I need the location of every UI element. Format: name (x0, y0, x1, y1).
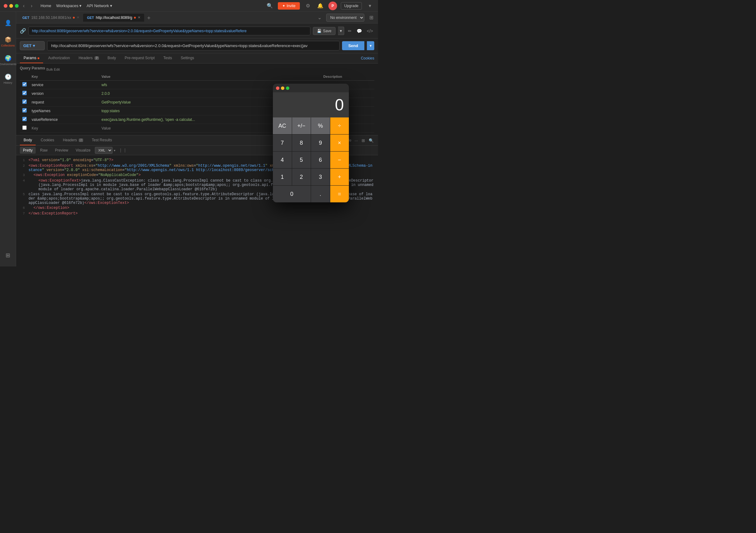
calc-close[interactable] (276, 87, 280, 90)
resp-more-button[interactable]: ··· (354, 138, 359, 143)
sidebar-item-history[interactable]: 🕐 History (1, 70, 15, 88)
param-key-service[interactable]: service (29, 81, 99, 89)
forward-button[interactable]: › (29, 3, 34, 9)
tab-close-0[interactable]: ✕ (77, 15, 79, 19)
calc-plusminus-button[interactable]: +/− (292, 117, 311, 134)
upgrade-button[interactable]: Upgrade (341, 2, 362, 10)
filter-button[interactable]: ⋮⋮ (117, 147, 129, 153)
url-input[interactable] (47, 41, 339, 51)
calc-equals-button[interactable]: = (330, 186, 349, 202)
notifications-button[interactable]: 🔔 (316, 2, 325, 10)
method-url-row: GET ▾ Send ▾ (16, 38, 378, 53)
search-button[interactable]: 🔍 (265, 2, 274, 10)
calc-divide-button[interactable]: ÷ (330, 117, 349, 134)
calc-traffic-lights (276, 87, 289, 90)
param-key-request[interactable]: request (29, 98, 99, 107)
calc-ac-button[interactable]: AC (273, 117, 292, 134)
calc-6-button[interactable]: 6 (311, 152, 330, 168)
close-traffic-light[interactable] (4, 4, 8, 8)
sidebar-toggle-button[interactable]: ▾ (365, 2, 374, 10)
tab-headers[interactable]: Headers 7 (75, 53, 102, 63)
back-button[interactable]: ‹ (21, 3, 26, 9)
tab-pre-request[interactable]: Pre-request Script (121, 53, 158, 63)
calc-plus-button[interactable]: + (330, 168, 349, 185)
cookies-link[interactable]: Cookies (361, 56, 374, 61)
send-button[interactable]: Send (342, 41, 364, 50)
calc-3-button[interactable]: 3 (311, 168, 330, 185)
check-col-header (20, 73, 29, 81)
tab-authorization[interactable]: Authorization (44, 53, 73, 63)
params-dot (38, 57, 40, 59)
format-tab-visualize[interactable]: Visualize (72, 147, 94, 154)
calc-multiply-button[interactable]: × (330, 135, 349, 151)
tabs-dropdown-button[interactable]: ⌄ (315, 13, 324, 22)
save-dropdown-button[interactable]: ▾ (338, 27, 344, 35)
param-check-service[interactable] (22, 82, 27, 87)
sidebar-item-extra[interactable]: ⊞ (1, 247, 15, 264)
environment-select[interactable]: No environment (326, 13, 364, 22)
format-tab-raw[interactable]: Raw (37, 147, 51, 154)
calc-7-button[interactable]: 7 (273, 135, 292, 151)
sidebar-item-environments[interactable]: 🌍 Environments (1, 51, 15, 69)
calc-4-button[interactable]: 4 (273, 152, 292, 168)
format-tab-preview[interactable]: Preview (52, 147, 71, 154)
param-key-typenames[interactable]: typeNames (29, 107, 99, 115)
resp-tab-test-results[interactable]: Test Results (88, 136, 116, 145)
home-link[interactable]: Home (40, 3, 51, 8)
resp-tab-body[interactable]: Body (20, 136, 36, 145)
tab-close-1[interactable]: ✕ (138, 15, 141, 19)
resp-tab-headers[interactable]: Headers 7 (59, 136, 87, 145)
param-check-version[interactable] (22, 91, 27, 95)
value-col-header: Value (99, 73, 321, 81)
param-check-request[interactable] (22, 99, 27, 104)
edit-url-button[interactable]: ✏ (347, 27, 353, 35)
calc-1-button[interactable]: 1 (273, 168, 292, 185)
env-settings-button[interactable]: ⊞ (367, 13, 375, 22)
maximize-traffic-light[interactable] (15, 4, 19, 8)
resp-copy-button[interactable]: ⊞ (361, 138, 365, 143)
resp-search-button[interactable]: 🔍 (368, 138, 374, 143)
minimize-traffic-light[interactable] (9, 4, 13, 8)
add-tab-button[interactable]: ＋ (144, 14, 153, 21)
sidebar-item-account[interactable]: 👤 (1, 14, 15, 32)
sidebar-item-collections[interactable]: 📦 Collections (1, 33, 15, 50)
bulk-edit-button[interactable]: Bulk Edit (45, 66, 61, 72)
api-network-link[interactable]: API Network ▾ (87, 3, 112, 8)
format-tab-pretty[interactable]: Pretty (20, 147, 36, 154)
calc-9-button[interactable]: 9 (311, 135, 330, 151)
calc-8-button[interactable]: 8 (292, 135, 311, 151)
calc-2-button[interactable]: 2 (292, 168, 311, 185)
calc-minus-button[interactable]: − (330, 152, 349, 168)
resp-tab-cookies[interactable]: Cookies (37, 136, 58, 145)
tab-body[interactable]: Body (104, 53, 120, 63)
save-button[interactable]: 💾 Save (313, 27, 335, 35)
url-bar-icon: 🔗 (20, 28, 26, 34)
calc-maximize[interactable] (286, 87, 289, 90)
calc-percent-button[interactable]: % (311, 117, 330, 134)
param-check-typenames[interactable] (22, 108, 27, 113)
param-check-valuereference[interactable] (22, 117, 27, 121)
send-dropdown-button[interactable]: ▾ (367, 41, 374, 50)
calc-5-button[interactable]: 5 (292, 152, 311, 168)
code-url-button[interactable]: </> (365, 27, 374, 35)
tab-params[interactable]: Params (20, 53, 43, 63)
tab-0[interactable]: GET 192.168.50.184:8081/xx ✕ (19, 13, 83, 22)
param-check-empty[interactable] (22, 125, 27, 130)
settings-button[interactable]: ⚙ (304, 2, 312, 10)
tab-1[interactable]: GET http://localhost:8089/g ✕ (83, 13, 144, 22)
method-select[interactable]: GET ▾ (20, 41, 45, 50)
calc-0-button[interactable]: 0 (273, 186, 311, 202)
comment-url-button[interactable]: 💬 (355, 27, 363, 35)
param-key-empty[interactable]: Key (29, 124, 99, 133)
language-select[interactable]: XML (95, 147, 113, 154)
workspaces-link[interactable]: Workspaces ▾ (56, 3, 82, 8)
calc-minimize[interactable] (281, 87, 284, 90)
calc-decimal-button[interactable]: . (311, 186, 330, 202)
tab-settings[interactable]: Settings (177, 53, 198, 63)
tab-dot-0 (73, 17, 75, 19)
tab-tests[interactable]: Tests (160, 53, 176, 63)
invite-button[interactable]: ✦ Invite (278, 2, 300, 10)
param-key-version[interactable]: version (29, 89, 99, 98)
param-key-valuereference[interactable]: valueReference (29, 115, 99, 124)
avatar[interactable]: P (328, 2, 337, 10)
